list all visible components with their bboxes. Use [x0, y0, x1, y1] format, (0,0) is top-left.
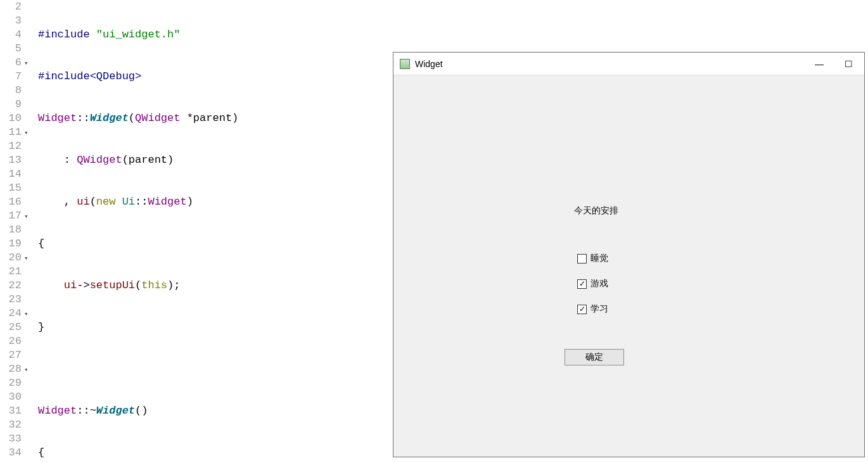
line-number: 10	[0, 111, 22, 125]
fold-marker	[24, 334, 33, 348]
fold-marker[interactable]	[24, 56, 33, 70]
code-line: ui->setupUi(this);	[38, 279, 322, 293]
line-number: 11	[0, 125, 22, 139]
line-number: 27	[0, 348, 22, 362]
line-number: 32	[0, 418, 22, 432]
code-line: : QWidget(parent)	[38, 153, 322, 167]
fold-marker[interactable]	[24, 251, 33, 265]
fold-marker[interactable]	[24, 209, 33, 223]
fold-marker	[24, 42, 33, 56]
fold-marker	[24, 446, 33, 460]
confirm-button[interactable]: 确定	[565, 349, 624, 365]
line-number: 13	[0, 153, 22, 167]
line-number: 12	[0, 139, 22, 153]
checkbox-label: 游戏	[590, 278, 608, 289]
code-line: Widget::Widget(QWidget *parent)	[38, 111, 322, 125]
line-number: 22	[0, 279, 22, 293]
line-number: 25	[0, 320, 22, 334]
line-number: 21	[0, 265, 22, 279]
fold-marker	[24, 223, 33, 237]
code-line: Widget::~Widget()	[38, 404, 322, 418]
checkbox-icon: ✓	[577, 305, 587, 314]
fold-marker	[24, 376, 33, 390]
fold-marker[interactable]	[24, 125, 33, 139]
line-number: 28	[0, 362, 22, 376]
maximize-button[interactable]: ☐	[834, 53, 863, 75]
line-number: 31	[0, 404, 22, 418]
fold-marker	[24, 111, 33, 125]
line-number-gutter: 2345678910111213141516171819202122232425…	[0, 0, 24, 463]
fold-marker	[24, 153, 33, 167]
fold-marker	[24, 293, 33, 307]
titlebar[interactable]: Widget — ☐	[393, 53, 864, 75]
window-title: Widget	[415, 59, 443, 69]
code-area[interactable]: #include "ui_widget.h" #include<QDebug> …	[33, 0, 322, 463]
line-number: 30	[0, 390, 22, 404]
minimize-button[interactable]: —	[805, 53, 834, 75]
line-number: 8	[0, 84, 22, 98]
fold-marker	[24, 320, 33, 334]
line-number: 16	[0, 195, 22, 209]
line-number: 4	[0, 28, 22, 42]
line-number: 24	[0, 307, 22, 320]
line-number: 15	[0, 181, 22, 195]
fold-marker	[24, 84, 33, 98]
code-line: {	[38, 237, 322, 251]
line-number: 9	[0, 98, 22, 111]
code-line: {	[38, 446, 322, 460]
app-icon	[400, 59, 410, 69]
line-number: 29	[0, 376, 22, 390]
fold-marker	[24, 98, 33, 111]
check-icon: ✓	[579, 305, 585, 313]
code-line: , ui(new Ui::Widget)	[38, 195, 322, 209]
fold-marker	[24, 181, 33, 195]
checkbox-icon	[577, 254, 587, 263]
line-number: 2	[0, 0, 22, 14]
checkbox-sleep[interactable]: 睡觉	[577, 253, 608, 264]
check-icon: ✓	[579, 280, 585, 288]
fold-marker[interactable]	[24, 362, 33, 376]
fold-marker	[24, 14, 33, 28]
line-number: 19	[0, 237, 22, 251]
window-body: 今天的安排 睡觉 ✓ 游戏 ✓ 学习 确定	[393, 75, 864, 457]
code-line: }	[38, 320, 322, 334]
fold-marker	[24, 279, 33, 293]
fold-marker	[24, 237, 33, 251]
app-window: Widget — ☐ 今天的安排 睡觉 ✓ 游戏 ✓ 学习 确定	[393, 52, 865, 457]
checkbox-play[interactable]: ✓ 游戏	[577, 278, 608, 289]
fold-marker	[24, 195, 33, 209]
fold-marker	[24, 390, 33, 404]
fold-marker[interactable]	[24, 307, 33, 320]
minimize-icon: —	[815, 59, 824, 69]
fold-marker	[24, 418, 33, 432]
line-number: 33	[0, 432, 22, 446]
maximize-icon: ☐	[845, 59, 853, 69]
line-number: 18	[0, 223, 22, 237]
line-number: 26	[0, 334, 22, 348]
fold-marker	[24, 167, 33, 181]
line-number: 3	[0, 14, 22, 28]
fold-marker	[24, 348, 33, 362]
fold-marker	[24, 28, 33, 42]
fold-marker	[24, 139, 33, 153]
fold-marker	[24, 432, 33, 446]
code-line: #include<QDebug>	[38, 70, 322, 84]
checkbox-label: 学习	[590, 303, 608, 315]
code-line: #include "ui_widget.h"	[38, 28, 322, 42]
fold-marker	[24, 70, 33, 84]
heading-label: 今天的安排	[574, 205, 618, 217]
checkbox-label: 睡觉	[590, 253, 608, 264]
checkbox-study[interactable]: ✓ 学习	[577, 303, 608, 315]
fold-marker	[24, 404, 33, 418]
line-number: 17	[0, 209, 22, 223]
line-number: 5	[0, 42, 22, 56]
line-number: 7	[0, 70, 22, 84]
code-editor[interactable]: 2345678910111213141516171819202122232425…	[0, 0, 393, 463]
line-number: 34	[0, 446, 22, 460]
line-number: 14	[0, 167, 22, 181]
fold-marker	[24, 265, 33, 279]
code-line	[38, 362, 322, 376]
line-number: 23	[0, 293, 22, 307]
line-number: 20	[0, 251, 22, 265]
button-label: 确定	[585, 352, 603, 363]
